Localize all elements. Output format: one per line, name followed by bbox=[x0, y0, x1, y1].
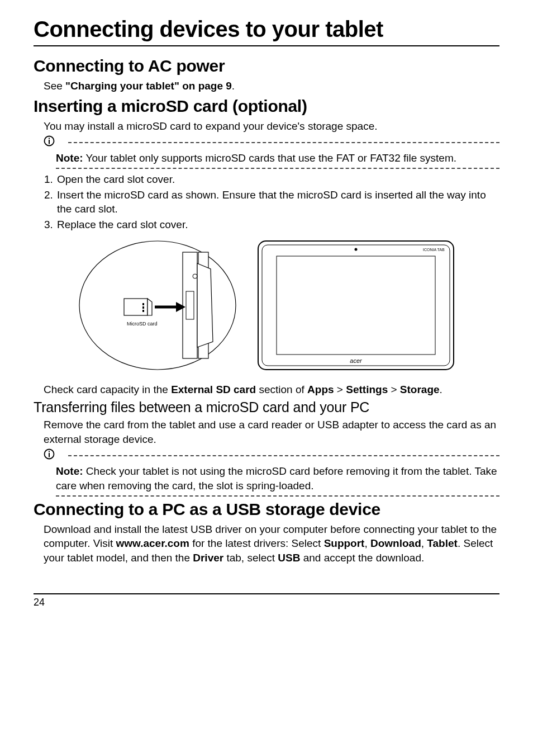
text-fragment: , bbox=[421, 537, 427, 549]
dashed-divider bbox=[68, 455, 499, 456]
usb-body: Download and install the latest USB driv… bbox=[44, 522, 499, 565]
see-prefix: See bbox=[44, 80, 65, 92]
text-fragment: , bbox=[364, 537, 370, 549]
text-fragment: . bbox=[440, 384, 442, 395]
ui-path-download: Download bbox=[370, 537, 421, 549]
text-fragment: > bbox=[388, 384, 400, 395]
text-fragment: Check card capacity in the bbox=[44, 384, 171, 395]
svg-rect-10 bbox=[142, 310, 144, 312]
ui-path-settings: Settings bbox=[346, 384, 388, 395]
figure-label-microsd: MicroSD card bbox=[127, 321, 158, 327]
page-footer: 24 bbox=[34, 593, 499, 608]
check-capacity-text: Check card capacity in the External SD c… bbox=[44, 382, 499, 397]
svg-rect-9 bbox=[142, 306, 144, 309]
tablet-brand-text: acer bbox=[350, 357, 363, 364]
svg-rect-20 bbox=[49, 453, 50, 457]
svg-rect-6 bbox=[186, 291, 194, 319]
note-text-transfer: Note: Check your tablet is not using the… bbox=[56, 462, 499, 495]
page-content: Connecting devices to your tablet Connec… bbox=[0, 0, 533, 614]
heading-ac-power: Connecting to AC power bbox=[34, 56, 499, 75]
svg-rect-1 bbox=[49, 138, 50, 139]
microsd-intro: You may install a microSD card to expand… bbox=[44, 119, 499, 134]
note-label: Note: bbox=[56, 152, 83, 164]
ui-path-storage: Storage bbox=[400, 384, 440, 395]
text-fragment: and accept the download. bbox=[300, 552, 424, 564]
tablet-model-text: ICONIA TAB bbox=[423, 248, 445, 252]
ui-path-driver: Driver bbox=[193, 552, 223, 564]
figure-microsd-insert: MicroSD card bbox=[77, 238, 239, 372]
info-icon bbox=[44, 448, 56, 462]
see-suffix: . bbox=[232, 80, 235, 92]
text-fragment: tab, select bbox=[223, 552, 278, 564]
svg-point-3 bbox=[79, 241, 236, 370]
svg-rect-8 bbox=[142, 303, 144, 305]
svg-rect-16 bbox=[277, 256, 435, 355]
svg-rect-2 bbox=[49, 140, 50, 144]
dashed-divider bbox=[56, 495, 499, 497]
step-item: Insert the microSD card as shown. Ensure… bbox=[56, 188, 499, 216]
dashed-divider bbox=[68, 142, 499, 143]
note-body: Check your tablet is not using the micro… bbox=[56, 465, 497, 492]
heading-transfer-files: Transferring files between a microSD car… bbox=[34, 399, 499, 415]
ui-path-apps: Apps bbox=[307, 384, 334, 395]
note-block-microsd: Note: Your tablet only supports microSD … bbox=[44, 136, 499, 169]
url-acer[interactable]: www.acer.com bbox=[116, 537, 189, 549]
svg-point-17 bbox=[355, 248, 358, 251]
note-body: Your tablet only supports microSD cards … bbox=[83, 152, 456, 164]
text-fragment: for the latest drivers: Select bbox=[189, 537, 324, 549]
heading-microsd: Inserting a microSD card (optional) bbox=[34, 97, 499, 116]
ui-path-tablet: Tablet bbox=[427, 537, 458, 549]
note-block-transfer: Note: Check your tablet is not using the… bbox=[44, 450, 499, 496]
ac-power-see: See "Charging your tablet" on page 9. bbox=[44, 79, 499, 93]
page-number: 24 bbox=[34, 597, 45, 608]
info-icon bbox=[44, 135, 56, 149]
cross-reference-link[interactable]: "Charging your tablet" on page 9 bbox=[65, 80, 232, 92]
note-text-microsd: Note: Your tablet only supports microSD … bbox=[56, 149, 499, 168]
ui-path-external-sd: External SD card bbox=[171, 384, 256, 395]
dashed-divider bbox=[56, 168, 499, 169]
transfer-body: Remove the card from the tablet and use … bbox=[44, 418, 499, 446]
svg-rect-19 bbox=[49, 451, 50, 452]
note-label: Note: bbox=[56, 465, 83, 477]
text-fragment: section of bbox=[256, 384, 307, 395]
ui-path-usb: USB bbox=[278, 552, 300, 564]
text-fragment: > bbox=[334, 384, 346, 395]
steps-list: Open the card slot cover. Insert the mic… bbox=[44, 172, 499, 232]
step-item: Replace the card slot cover. bbox=[56, 218, 499, 232]
ui-path-support: Support bbox=[324, 537, 365, 549]
heading-usb-storage: Connecting to a PC as a USB storage devi… bbox=[34, 500, 499, 519]
step-item: Open the card slot cover. bbox=[56, 172, 499, 187]
figure-tablet-front: ICONIA TAB acer bbox=[255, 238, 456, 372]
figure-row: MicroSD card ICONIA TAB acer bbox=[34, 238, 499, 372]
page-title: Connecting devices to your tablet bbox=[34, 17, 499, 46]
